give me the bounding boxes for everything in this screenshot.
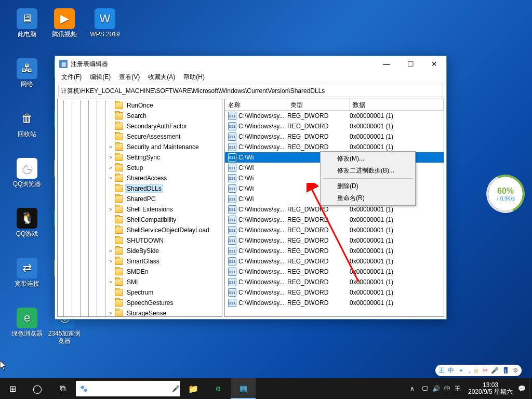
tree-node[interactable]: RunOnce xyxy=(58,100,222,111)
ime-button[interactable]: ✂ xyxy=(483,367,488,374)
taskbar-app-regedit[interactable]: ▦ xyxy=(231,378,256,399)
context-menu-item[interactable]: 修改(M)... xyxy=(322,153,414,165)
desktop-icon[interactable]: 🗑回收站 xyxy=(9,108,45,138)
list-row[interactable]: 011C:\Windows\sy...REG_DWORD0x00000001 (… xyxy=(225,142,444,152)
list-row[interactable]: 011C:\Windows\sy...REG_DWORD0x00000001 (… xyxy=(225,111,444,121)
cortana-button[interactable]: ◯ xyxy=(25,378,50,399)
desktop-icon[interactable]: e绿色浏览器 xyxy=(9,308,45,337)
menubar: 文件(F)编辑(E)查看(V)收藏夹(A)帮助(H) xyxy=(55,72,446,83)
menu-item[interactable]: 查看(V) xyxy=(115,72,144,83)
tray-icon[interactable]: 王 xyxy=(455,385,461,392)
system-tray[interactable]: ∧ 🖵🔊中王 13:03 2020/9/5 星期六 💬 xyxy=(410,382,529,395)
list-row[interactable]: 011C:\Windows\sy...REG_DWORD0x00000001 (… xyxy=(225,235,444,246)
desktop-icon[interactable]: 🖥此电脑 xyxy=(9,8,45,38)
header-data[interactable]: 数据 xyxy=(350,99,444,110)
desktop-icon[interactable]: ⇄宽带连接 xyxy=(9,258,45,287)
list-row[interactable]: 011C:\Windows\sy...REG_DWORD0x00000001 (… xyxy=(225,287,444,298)
reg-value-icon: 011 xyxy=(228,143,236,151)
taskbar-app-browser[interactable]: e xyxy=(206,378,231,399)
taskbar-search[interactable]: 🐾 🎤 xyxy=(76,381,180,396)
list-row[interactable]: 011C:\Windows\sy...REG_DWORD0x00000001 (… xyxy=(225,298,444,308)
list-row[interactable]: 011C:\Windows\sy...REG_DWORD0x00000001 (… xyxy=(225,121,444,131)
tray-expand[interactable]: ∧ xyxy=(410,385,415,392)
close-button[interactable]: ✕ xyxy=(422,56,446,72)
mic-icon[interactable]: 🎤 xyxy=(172,385,180,392)
menu-item[interactable]: 帮助(H) xyxy=(179,72,209,83)
ime-button[interactable]: 王 xyxy=(438,366,445,375)
minimize-button[interactable]: — xyxy=(375,56,398,72)
tree-node[interactable]: SecureAssessment xyxy=(58,131,222,142)
tree-node[interactable]: >Setup xyxy=(58,163,222,173)
gauge-speed: ↑ 0.9K/s xyxy=(496,196,515,202)
context-menu-item[interactable]: 删除(D) xyxy=(322,180,414,192)
desktop-icon[interactable]: WWPS 2019 xyxy=(87,8,123,38)
tree-node[interactable]: >SideBySide xyxy=(58,246,222,256)
address-bar[interactable]: 计算机\HKEY_LOCAL_MACHINE\SOFTWARE\Microsof… xyxy=(58,85,443,97)
maximize-button[interactable]: ☐ xyxy=(398,56,422,72)
tray-icon[interactable]: 🖵 xyxy=(422,385,428,392)
list-row[interactable]: 011C:\Windows\sy...REG_DWORD0x00000001 (… xyxy=(225,277,444,287)
tree-node[interactable]: >Shell Extensions xyxy=(58,204,222,215)
context-menu-item[interactable]: 修改二进制数据(B)... xyxy=(322,165,414,177)
header-name[interactable]: 名称 xyxy=(225,99,287,110)
search-icon: 🐾 xyxy=(80,385,88,392)
reg-value-icon: 011 xyxy=(228,288,236,297)
tree-node[interactable]: >SMI xyxy=(58,277,222,287)
list-row[interactable]: 011C:\Windows\sy...REG_DWORD0x00000001 (… xyxy=(225,267,444,277)
list-pane[interactable]: 名称 类型 数据 011C:\Windows\sy...REG_DWORD0x0… xyxy=(224,99,444,317)
reg-value-icon: 011 xyxy=(228,184,236,193)
tree-node[interactable]: >Security and Maintenance xyxy=(58,142,222,152)
tree-node[interactable]: >SettingSync xyxy=(58,152,222,163)
ime-button[interactable]: ⚙ xyxy=(513,367,518,374)
menu-item[interactable]: 收藏夹(A) xyxy=(144,72,179,83)
list-row[interactable]: 011C:\Windows\sy...REG_DWORD0x00000001 (… xyxy=(225,215,444,225)
tree-node[interactable]: Spectrum xyxy=(58,287,222,298)
desktop-icon[interactable]: ▶腾讯视频 xyxy=(47,8,82,38)
menu-item[interactable]: 编辑(E) xyxy=(86,72,115,83)
tree-node[interactable]: SharedPC xyxy=(58,194,222,204)
tree-pane[interactable]: RunOnceSearchSecondaryAuthFactorSecureAs… xyxy=(57,99,222,317)
tray-icon[interactable]: 中 xyxy=(444,385,450,392)
taskbar: ⊞ ◯ ⧉ 🐾 🎤 📁 e ▦ ∧ 🖵🔊中王 13:03 2020/9/5 星期… xyxy=(0,378,532,399)
header-type[interactable]: 类型 xyxy=(287,99,350,110)
tree-node[interactable]: SMDEn xyxy=(58,267,222,277)
notifications-icon[interactable]: 💬 xyxy=(518,385,526,392)
taskview-button[interactable]: ⧉ xyxy=(50,378,75,399)
taskbar-clock[interactable]: 13:03 2020/9/5 星期六 xyxy=(468,382,513,395)
tree-node[interactable]: >SmartGlass xyxy=(58,256,222,267)
ime-button[interactable]: 🔹 xyxy=(457,367,465,374)
titlebar[interactable]: ▦ 注册表编辑器 — ☐ ✕ xyxy=(55,56,446,72)
tree-node[interactable]: >SharedAccess xyxy=(58,173,222,183)
tree-node[interactable]: SpeechGestures xyxy=(58,298,222,308)
tree-node[interactable]: ShellServiceObjectDelayLoad xyxy=(58,225,222,235)
ime-button[interactable]: ☺ xyxy=(473,367,480,374)
list-header[interactable]: 名称 类型 数据 xyxy=(225,99,444,111)
ime-button[interactable]: 👖 xyxy=(502,367,510,374)
tree-node[interactable]: SharedDLLs xyxy=(58,183,222,194)
ime-toolbar[interactable]: 王中🔹,☺✂🎤👖⚙ xyxy=(435,365,522,376)
show-desktop[interactable] xyxy=(529,378,532,399)
desktop-icon[interactable]: 🖧网络 xyxy=(9,58,45,88)
tree-node[interactable]: >StorageSense xyxy=(58,308,222,317)
tree-node[interactable]: SHUTDOWN xyxy=(58,235,222,246)
list-row[interactable]: 011C:\Windows\sy...REG_DWORD0x00000001 (… xyxy=(225,131,444,142)
context-menu-item[interactable]: 重命名(R) xyxy=(322,192,414,204)
start-button[interactable]: ⊞ xyxy=(0,378,25,399)
tree-node[interactable]: Search xyxy=(58,111,222,121)
tray-icon[interactable]: 🔊 xyxy=(432,385,440,392)
desktop-icon[interactable]: ◔QQ浏览器 xyxy=(9,158,45,188)
list-row[interactable]: 011C:\Windows\sy...REG_DWORD0x00000001 (… xyxy=(225,246,444,256)
list-row[interactable]: 011C:\Windows\sy...REG_DWORD0x00000001 (… xyxy=(225,256,444,267)
ime-button[interactable]: 🎤 xyxy=(491,367,499,374)
ime-button[interactable]: , xyxy=(468,367,470,374)
tree-node[interactable]: ShellCompatibility xyxy=(58,215,222,225)
search-input[interactable] xyxy=(91,385,169,392)
list-row[interactable]: 011C:\Windows\sy...REG_DWORD0x00000001 (… xyxy=(225,225,444,235)
desktop-icon[interactable]: 🐧QQ游戏 xyxy=(9,208,45,237)
menu-item[interactable]: 文件(F) xyxy=(57,72,86,83)
list-row[interactable]: 011C:\Windows\sy...REG_DWORD0x00000001 (… xyxy=(225,204,444,215)
taskbar-app-folder[interactable]: 📁 xyxy=(181,378,206,399)
ime-button[interactable]: 中 xyxy=(448,366,454,375)
speed-gauge[interactable]: 60% ↑ 0.9K/s xyxy=(488,177,523,211)
tree-node[interactable]: SecondaryAuthFactor xyxy=(58,121,222,131)
